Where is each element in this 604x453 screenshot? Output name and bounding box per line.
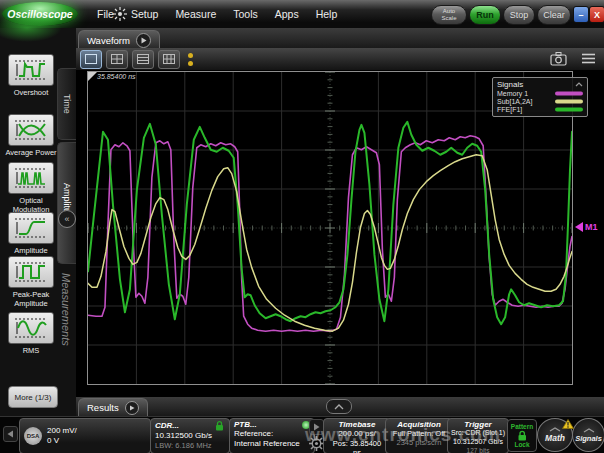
timebase-position-label: 35.85400 ns xyxy=(97,73,136,80)
clear-button[interactable]: Clear xyxy=(537,5,571,25)
channel-offset: 0 V xyxy=(47,436,77,446)
timebase-scale: 200.00 ps/ xyxy=(328,429,386,439)
more-measurements-button[interactable]: More (1/3) xyxy=(8,386,58,408)
legend-swatch-ffe xyxy=(555,107,583,112)
run-button[interactable]: Run xyxy=(469,5,501,25)
menu-tools[interactable]: Tools xyxy=(233,8,258,20)
sine-wave-icon xyxy=(8,312,54,344)
amplitude-step-icon xyxy=(8,212,54,244)
signals-button[interactable]: Signals xyxy=(572,418,604,452)
results-tabstrip: Results xyxy=(76,397,604,416)
waveform-canvas xyxy=(88,72,572,384)
waveform-display[interactable]: 35.85400 ns xyxy=(87,71,573,385)
channel-panel[interactable]: DSA 200 mV/ 0 V xyxy=(19,418,151,453)
sidebar-item-optical-modulation[interactable]: Optical Modulation xyxy=(4,162,58,214)
marker-m1-triangle-icon xyxy=(575,222,583,232)
sidebar-item-average-power[interactable]: Average Power xyxy=(4,114,58,157)
display-toolbar xyxy=(76,48,604,70)
tab-amplitude[interactable]: Amplitude xyxy=(57,142,76,264)
toolbar-indicator-dots xyxy=(188,53,193,66)
ptb-line1: Reference: xyxy=(234,429,310,439)
layout-six-pane-button[interactable] xyxy=(158,50,180,69)
legend-swatch-memory1 xyxy=(555,91,583,96)
timebase-position: Pos: 35.85400 ns xyxy=(328,439,386,453)
trigger-source: Src: CDR (Slot 1) xyxy=(450,429,506,438)
waveform-tab-play-icon[interactable] xyxy=(136,33,151,48)
layout-single-button[interactable] xyxy=(80,50,102,69)
chevron-up-icon xyxy=(549,427,561,432)
measurements-sidebar: Overshoot Average Power Optical Modulati… xyxy=(0,28,76,453)
timebase-panel[interactable]: Timebase 200.00 ps/ Pos: 35.85400 ns xyxy=(323,418,391,453)
cdr-rate: 10.312500 Gb/s xyxy=(155,431,225,441)
pattern-lock-button[interactable]: Pattern Lock xyxy=(507,419,537,452)
layout-stacked-button[interactable] xyxy=(132,50,154,69)
tab-results[interactable]: Results xyxy=(78,398,148,416)
minimize-button[interactable]: – xyxy=(573,6,589,23)
dsa-channel-badge: DSA xyxy=(24,427,42,445)
marker-m1[interactable]: M1 xyxy=(575,222,598,232)
chevron-up-icon xyxy=(583,428,595,433)
cdr-panel[interactable]: CDR... 10.312500 Gb/s LBW: 6.186 MHz xyxy=(150,418,230,453)
menu-file[interactable]: File xyxy=(97,8,114,20)
cdr-lbw: LBW: 6.186 MHz xyxy=(155,441,225,450)
panel-scroll-left-button[interactable] xyxy=(3,426,18,442)
status-bar: DSA 200 mV/ 0 V CDR... 10.312500 Gb/s LB… xyxy=(0,416,604,453)
title-bar: Oscilloscope File Setup Measure Tools Ap… xyxy=(0,0,604,28)
screenshot-camera-icon[interactable] xyxy=(550,51,567,66)
measurements-panel-label: Measurements xyxy=(57,273,75,423)
legend-swatch-sub xyxy=(555,99,583,104)
overshoot-waveform-icon xyxy=(8,54,54,86)
stop-button[interactable]: Stop xyxy=(503,5,535,25)
menu-bar: File Setup Measure Tools Apps Help xyxy=(97,0,337,28)
menu-apps[interactable]: Apps xyxy=(275,8,299,20)
results-tab-play-icon[interactable] xyxy=(125,401,139,415)
menu-help[interactable]: Help xyxy=(316,8,338,20)
sidebar-item-amplitude[interactable]: Amplitude xyxy=(4,212,58,255)
timebase-corner-marker xyxy=(88,72,97,81)
indicator-dot xyxy=(188,53,193,58)
math-warning-icon xyxy=(562,419,574,429)
layout-quad-button[interactable] xyxy=(106,50,128,69)
modulation-waveform-icon xyxy=(8,162,54,194)
panel-scroll-right-button[interactable] xyxy=(309,419,324,435)
ptb-line2: Internal Reference xyxy=(234,439,310,449)
indicator-dot xyxy=(188,61,193,66)
sidebar-collapse-icon[interactable]: « xyxy=(58,210,76,228)
acquisition-line1: Full Pattern: Off xyxy=(390,429,448,438)
legend-entry: FFE[F1] xyxy=(497,106,583,113)
sidebar-item-rms[interactable]: RMS xyxy=(4,312,58,355)
waveform-tabstrip: Waveform xyxy=(76,28,604,48)
channel-scale: 200 mV/ xyxy=(47,426,77,436)
trigger-rate: 10.312507 Gb/s xyxy=(450,438,506,447)
legend-collapse-icon[interactable] xyxy=(575,82,583,87)
auto-scale-button[interactable]: Auto Scale xyxy=(431,5,467,25)
legend-entry: Sub[1A,2A] xyxy=(497,98,583,105)
oscilloscope-app: Oscilloscope File Setup Measure Tools Ap… xyxy=(0,0,604,453)
pattern-lock-icon xyxy=(516,430,528,441)
eye-diagram-icon xyxy=(8,114,54,146)
results-expand-icon[interactable] xyxy=(326,399,352,414)
acquisition-panel[interactable]: Acquisition Full Pattern: Off 2345 pts/s… xyxy=(385,418,453,453)
ptb-panel[interactable]: PTB... Reference: Internal Reference xyxy=(229,418,315,453)
square-wave-icon xyxy=(8,256,54,288)
display-menu-icon[interactable] xyxy=(581,51,596,66)
tab-time[interactable]: Time xyxy=(57,68,76,140)
cdr-lock-icon xyxy=(214,420,225,431)
logo-glow xyxy=(0,14,62,42)
menu-setup[interactable]: Setup xyxy=(131,8,158,20)
trigger-panel[interactable]: Trigger Src: CDR (Slot 1) 10.312507 Gb/s… xyxy=(447,418,509,453)
legend-entry: Memory 1 xyxy=(497,90,583,97)
trigger-bits: 127 bits xyxy=(450,447,506,453)
acquisition-line2: 2345 pts/scrn xyxy=(390,438,448,447)
menu-measure[interactable]: Measure xyxy=(175,8,216,20)
tab-waveform[interactable]: Waveform xyxy=(78,30,160,49)
sidebar-item-peak-peak-amplitude[interactable]: Peak-Peak Amplitude xyxy=(4,256,58,308)
close-button[interactable]: X xyxy=(589,6,604,23)
signals-legend[interactable]: Signals Memory 1 Sub[1A,2A] FFE[F1] xyxy=(492,77,588,117)
sidebar-item-overshoot[interactable]: Overshoot xyxy=(4,54,58,97)
legend-title: Signals xyxy=(497,80,523,89)
